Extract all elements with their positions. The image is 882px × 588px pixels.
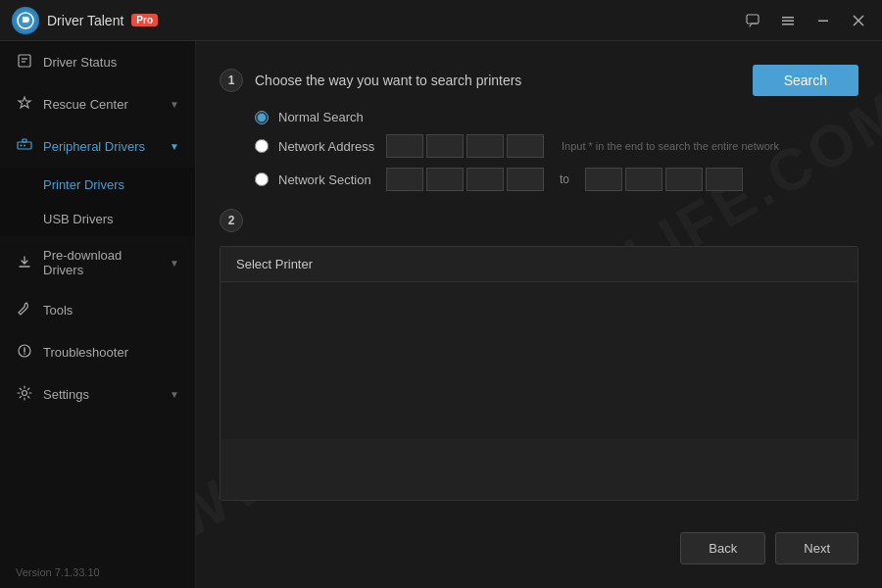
ns-end-box-1[interactable] — [585, 168, 622, 191]
sidebar-item-troubleshooter-label: Troubleshooter — [43, 345, 179, 360]
peripheral-drivers-icon — [16, 137, 33, 156]
tools-icon — [16, 301, 33, 319]
ns-box-1[interactable] — [386, 168, 423, 191]
network-address-hint: Input * in the end to search the entire … — [562, 140, 779, 152]
sidebar-item-driver-status-label: Driver Status — [43, 55, 179, 70]
sidebar-item-troubleshooter[interactable]: Troubleshooter — [0, 331, 195, 373]
version-text: Version 7.1.33.10 — [0, 557, 195, 588]
select-printer-header: Select Printer — [220, 247, 858, 282]
to-label: to — [560, 172, 569, 186]
ns-end-box-2[interactable] — [625, 168, 662, 191]
usb-drivers-label: USB Drivers — [43, 212, 114, 226]
network-section-inputs-start — [386, 168, 544, 191]
svg-rect-1 — [747, 15, 759, 24]
sidebar-sub-menu: Printer Drivers USB Drivers — [0, 168, 195, 236]
menu-button[interactable] — [774, 7, 802, 34]
sidebar-item-tools-label: Tools — [43, 303, 179, 318]
ns-end-box-4[interactable] — [706, 168, 743, 191]
app-title-text: Driver Talent — [47, 13, 123, 28]
rescue-center-arrow: ▼ — [170, 99, 179, 110]
svg-point-12 — [21, 145, 23, 147]
sidebar-sub-usb-drivers[interactable]: USB Drivers — [0, 202, 195, 236]
minimize-button[interactable] — [809, 7, 837, 34]
sidebar-spacer — [0, 416, 195, 557]
ip-box-1[interactable] — [386, 134, 423, 158]
pro-badge: Pro — [131, 14, 158, 26]
radio-network-address-label: Network Address — [278, 139, 376, 154]
sidebar-item-tools[interactable]: Tools — [0, 289, 195, 331]
network-address-inputs — [386, 134, 544, 158]
back-button[interactable]: Back — [680, 532, 765, 564]
radio-normal-search-row: Normal Search — [255, 110, 858, 124]
pre-download-arrow: ▼ — [170, 258, 179, 269]
svg-point-19 — [23, 391, 27, 396]
troubleshooter-icon — [16, 343, 33, 362]
step1-section: 1 Choose the way you want to search prin… — [220, 65, 858, 191]
svg-rect-2 — [782, 17, 794, 19]
sidebar-item-rescue-center-label: Rescue Center — [43, 97, 160, 112]
step2-header: 2 — [220, 209, 858, 232]
select-printer-body[interactable] — [220, 282, 858, 439]
sidebar-item-pre-download-label: Pre-download Drivers — [43, 248, 160, 277]
network-section-inputs-end — [585, 168, 743, 191]
settings-arrow: ▼ — [170, 389, 179, 400]
ip-box-4[interactable] — [507, 134, 544, 158]
ns-end-box-3[interactable] — [665, 168, 703, 191]
svg-rect-8 — [19, 55, 30, 67]
titlebar: Driver Talent Pro — [0, 0, 882, 41]
close-button[interactable] — [845, 7, 872, 34]
svg-rect-14 — [23, 139, 26, 142]
sidebar-item-settings-label: Settings — [43, 387, 160, 402]
radio-options: Normal Search Network Address Input * in… — [220, 110, 858, 191]
titlebar-left: Driver Talent Pro — [12, 7, 158, 34]
step2-number: 2 — [220, 209, 243, 232]
app-logo — [12, 7, 39, 34]
ns-box-4[interactable] — [507, 168, 544, 191]
ns-box-2[interactable] — [426, 168, 464, 191]
svg-rect-4 — [782, 24, 794, 25]
radio-normal-search[interactable] — [255, 111, 269, 124]
radio-network-section[interactable] — [255, 172, 269, 186]
sidebar-item-settings[interactable]: Settings ▼ — [0, 373, 195, 416]
pre-download-icon — [16, 254, 33, 272]
step2-section: 2 Select Printer — [220, 209, 858, 501]
radio-network-section-row: Network Section to — [255, 168, 858, 191]
footer-buttons: Back Next — [220, 518, 858, 564]
svg-rect-5 — [818, 20, 828, 22]
ns-box-3[interactable] — [466, 168, 504, 191]
rescue-center-icon — [16, 95, 33, 114]
select-printer-box: Select Printer — [220, 246, 858, 501]
settings-icon — [16, 385, 33, 404]
step1-title: Choose the way you want to search printe… — [255, 73, 741, 88]
sidebar-item-rescue-center[interactable]: Rescue Center ▼ — [0, 83, 195, 125]
ip-box-3[interactable] — [466, 134, 504, 158]
search-button[interactable]: Search — [753, 65, 858, 96]
titlebar-controls — [739, 7, 872, 34]
ip-box-2[interactable] — [426, 134, 464, 158]
sidebar-sub-printer-drivers[interactable]: Printer Drivers — [0, 168, 195, 202]
radio-network-address[interactable] — [255, 139, 269, 153]
svg-rect-3 — [782, 20, 794, 22]
printer-drivers-label: Printer Drivers — [43, 177, 124, 192]
content-area: WWW.DRIVETHELIFE.COM 1 Choose the way yo… — [196, 41, 882, 588]
next-button[interactable]: Next — [775, 532, 858, 564]
radio-network-address-row: Network Address Input * in the end to se… — [255, 134, 858, 158]
chat-button[interactable] — [739, 7, 766, 34]
radio-network-section-label: Network Section — [278, 172, 376, 187]
step1-header: 1 Choose the way you want to search prin… — [220, 65, 858, 96]
sidebar-item-peripheral-label: Peripheral Drivers — [43, 139, 160, 154]
main-layout: Driver Status Rescue Center ▼ Peripheral… — [0, 41, 882, 588]
driver-status-icon — [16, 53, 33, 72]
radio-normal-search-label: Normal Search — [278, 110, 376, 124]
sidebar-item-pre-download[interactable]: Pre-download Drivers ▼ — [0, 236, 195, 289]
sidebar-item-driver-status[interactable]: Driver Status — [0, 41, 195, 83]
sidebar-item-peripheral-drivers[interactable]: Peripheral Drivers ▼ — [0, 125, 195, 168]
peripheral-arrow: ▼ — [170, 141, 179, 152]
svg-point-18 — [24, 353, 25, 355]
step1-number: 1 — [220, 69, 243, 92]
sidebar: Driver Status Rescue Center ▼ Peripheral… — [0, 41, 196, 588]
svg-point-13 — [24, 145, 25, 147]
